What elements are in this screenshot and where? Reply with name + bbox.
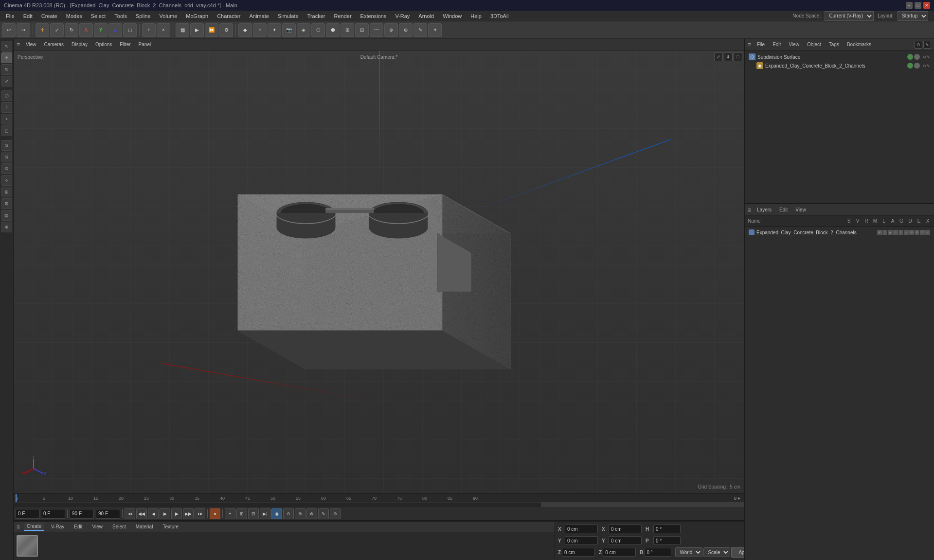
layer-icon-sq9[interactable]: × — [925, 230, 930, 235]
obj-menu-file[interactable]: File — [755, 41, 767, 48]
tool-world[interactable]: ⊕ — [1, 222, 12, 232]
rotate-button[interactable]: ↻ — [65, 23, 78, 37]
go-to-start-button[interactable]: ⏮ — [125, 508, 135, 519]
layer-icon-sq6[interactable]: ⊕ — [909, 230, 914, 235]
layer-icon-sq1[interactable]: □ — [882, 230, 887, 235]
z-position-input[interactable] — [562, 548, 595, 557]
viewport-canvas[interactable]: Perspective Default Camera:* ⤢ ⬇ □ Grid … — [14, 51, 744, 493]
camera-button[interactable]: 📷 — [282, 23, 296, 37]
tool-s2[interactable]: S — [1, 152, 12, 162]
x-scale-input[interactable] — [609, 525, 642, 533]
tl-tool-10[interactable]: ⊕ — [330, 508, 341, 519]
tool-move[interactable]: ✛ — [1, 52, 12, 63]
menu-modes[interactable]: Modes — [62, 12, 86, 20]
render-region-button[interactable]: ▦ — [176, 23, 189, 37]
tl-tool-7[interactable]: ⊚ — [295, 508, 305, 519]
vp-menu-view[interactable]: View — [24, 41, 38, 48]
start-frame-input[interactable] — [16, 509, 40, 519]
menu-spline[interactable]: Spline — [132, 12, 155, 20]
layer-menu-edit[interactable]: Edit — [777, 206, 790, 213]
vp-menu-cameras[interactable]: Cameras — [42, 41, 66, 48]
x-position-input[interactable] — [565, 525, 598, 533]
obj-menu-edit[interactable]: Edit — [771, 41, 783, 48]
timeline-ruler[interactable]: 0 5 10 15 20 25 30 35 40 45 50 55 60 65 … — [14, 493, 744, 502]
vp-menu-icon[interactable]: ≡ — [17, 41, 20, 48]
tool-sym[interactable]: ⊠ — [1, 198, 12, 209]
tl-tool-8[interactable]: ⊗ — [306, 508, 317, 519]
record-button[interactable]: ● — [210, 508, 220, 519]
menu-arnold[interactable]: Arnold — [414, 12, 438, 20]
world-dropdown[interactable]: World — [675, 547, 702, 557]
maximize-button[interactable]: □ — [915, 2, 921, 9]
tool-9[interactable]: 〰 — [370, 23, 383, 37]
next-frame-button[interactable]: ▶ — [171, 508, 182, 519]
menu-tracker[interactable]: Tracker — [304, 12, 329, 20]
sphere-button[interactable]: ○ — [253, 23, 267, 37]
tool-12[interactable]: ✎ — [413, 23, 427, 37]
vp-menu-display[interactable]: Display — [70, 41, 90, 48]
menu-window[interactable]: Window — [439, 12, 466, 20]
mat-tab-edit[interactable]: Edit — [71, 523, 85, 530]
tool-edge[interactable]: ⌇ — [1, 102, 12, 113]
delete-button[interactable]: × — [157, 23, 170, 37]
axis-y-button[interactable]: Y — [94, 23, 108, 37]
vp-menu-options[interactable]: Options — [93, 41, 114, 48]
obj-item-mesh[interactable]: ▣ Expanded_Clay_Concrete_Block_2_Channel… — [747, 61, 932, 70]
layer-icon-eye[interactable]: 👁 — [877, 230, 882, 235]
menu-3dtoall[interactable]: 3DToAll — [486, 12, 513, 20]
obj-btn-2[interactable]: ✎ — [923, 41, 931, 49]
obj-menu-view[interactable]: View — [787, 41, 801, 48]
tl-tool-6[interactable]: ⊙ — [283, 508, 294, 519]
menu-tools[interactable]: Tools — [110, 12, 131, 20]
mat-tab-create[interactable]: Create — [24, 523, 44, 531]
undo-button[interactable]: ↩ — [2, 23, 16, 37]
menu-render[interactable]: Render — [330, 12, 356, 20]
render-active-button[interactable]: ▶ — [190, 23, 204, 37]
tl-tool-4[interactable]: ▶| — [260, 508, 270, 519]
mat-tab-view[interactable]: View — [90, 523, 106, 530]
obj-menu-object[interactable]: Object — [805, 41, 823, 48]
tool-11[interactable]: ⊕ — [399, 23, 413, 37]
menu-file[interactable]: File — [2, 12, 18, 20]
object-mode-button[interactable]: ◻ — [123, 23, 137, 37]
menu-mograph[interactable]: MoGraph — [182, 12, 212, 20]
end-frame-1-input[interactable] — [70, 509, 94, 519]
tool-snap[interactable]: ⊹ — [1, 175, 12, 186]
vp-menu-filter[interactable]: Filter — [118, 41, 132, 48]
vp-btn-3[interactable]: □ — [734, 52, 742, 61]
tool-select[interactable]: ↖ — [1, 41, 12, 52]
tool-s1[interactable]: S — [1, 140, 12, 151]
tool-grid[interactable]: ⊞ — [1, 187, 12, 197]
menu-edit[interactable]: Edit — [19, 12, 36, 20]
mat-tab-select[interactable]: Select — [109, 523, 129, 530]
vp-menu-panel[interactable]: Panel — [137, 41, 153, 48]
menu-create[interactable]: Create — [37, 12, 61, 20]
obj-vis-btn-1[interactable] — [907, 54, 913, 60]
obj-vis-btn-2[interactable] — [907, 63, 913, 69]
mat-tab-vray[interactable]: V-Ray — [48, 523, 67, 530]
menu-vray[interactable]: V-Ray — [391, 12, 413, 20]
next-key-button[interactable]: ▶▶ — [183, 508, 194, 519]
material-button[interactable]: ◈ — [297, 23, 310, 37]
obj-menu-bookmarks[interactable]: Bookmarks — [845, 41, 873, 48]
layer-icon-sq8[interactable]: ⊙ — [920, 230, 925, 235]
menu-character[interactable]: Character — [213, 12, 244, 20]
layer-item-1[interactable]: Expanded_Clay_Concrete_Block_2_Channels … — [747, 228, 932, 236]
layer-menu-view[interactable]: View — [793, 206, 808, 213]
layer-menu-icon[interactable]: ≡ — [748, 207, 751, 213]
go-to-end-button[interactable]: ⏭ — [195, 508, 205, 519]
vp-btn-2[interactable]: ⬇ — [724, 52, 733, 61]
tool-10[interactable]: ⊗ — [384, 23, 398, 37]
h-rotation-input[interactable] — [653, 525, 681, 533]
tool-5[interactable]: ⬡ — [311, 23, 325, 37]
menu-select[interactable]: Select — [87, 12, 110, 20]
tl-tool-3[interactable]: ⊟ — [248, 508, 259, 519]
render-settings-button[interactable]: ⚙ — [219, 23, 233, 37]
scale-button[interactable]: ⤢ — [50, 23, 64, 37]
tool-13[interactable]: ☀ — [428, 23, 442, 37]
menu-simulate[interactable]: Simulate — [274, 12, 303, 20]
axis-z-button[interactable]: Z — [108, 23, 122, 37]
timeline-scrubber[interactable] — [14, 502, 541, 507]
layer-icon-sq3[interactable]: ⊹ — [893, 230, 898, 235]
tool-7[interactable]: ⊞ — [341, 23, 354, 37]
